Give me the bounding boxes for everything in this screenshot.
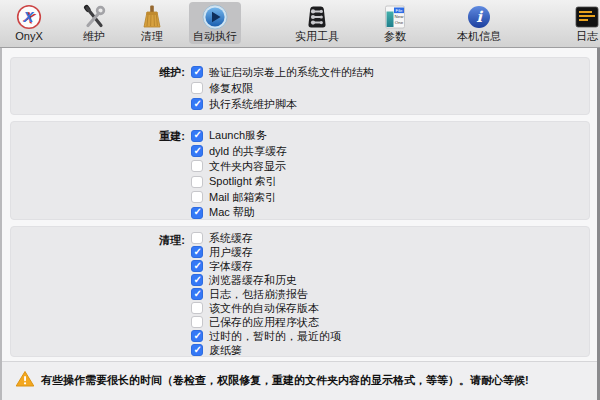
toolbar-item-utilities[interactable]: 实用工具 [285,2,349,44]
checkbox[interactable] [191,260,203,272]
checkbox-row[interactable]: Mail 邮箱索引 [191,190,585,205]
toolbar-item-label: 参数 [384,30,406,43]
play-icon [202,3,228,30]
window-left-edge [0,48,2,400]
toolbar-item-label: 清理 [141,30,163,43]
onyx-logo-icon: X X [16,3,42,30]
warning-triangle-icon [15,370,35,392]
info-icon: i [466,3,492,30]
checkbox-label: dyld 的共享缓存 [209,144,287,159]
toolbar-item-label: 本机信息 [457,30,501,43]
checkbox-label: 文件夹内容显示 [209,159,286,174]
checkbox-row[interactable]: 验证启动宗卷上的系统文件的结构 [191,64,585,80]
toolbar: X X OnyX 维护 [0,0,600,48]
checkbox-row[interactable]: 日志，包括崩溃报告 [191,287,585,301]
checkbox-row[interactable]: 系统缓存 [191,231,585,245]
checkbox-label: 过时的，暂时的，最近的项 [209,329,341,344]
onyx-window: X X OnyX 维护 [0,0,600,400]
checkbox-label: 该文件的自动保存版本 [209,301,319,316]
toolbar-item-maintenance[interactable]: 维护 [68,2,120,44]
checkbox-label: 浏览器缓存和历史 [209,273,297,288]
panel-label: 维护: [11,65,185,80]
checkbox-label: 已保存的应用程序状态 [209,315,319,330]
checkbox[interactable] [191,246,203,258]
checkbox-label: 用户缓存 [209,245,253,260]
checkbox-row[interactable]: dyld 的共享缓存 [191,143,585,158]
checkbox-row[interactable]: 文件夹内容显示 [191,159,585,174]
checkbox-row[interactable]: 过时的，暂时的，最近的项 [191,329,585,343]
checkbox-label: 日志，包括崩溃报告 [209,287,308,302]
checkbox[interactable] [191,316,203,328]
checkbox[interactable] [191,130,203,142]
toolbar-item-label: 日志 [576,30,598,43]
checkbox-label: Spotlight 索引 [209,174,277,189]
toolbar-item-parameters[interactable]: File New One 参数 [369,2,421,44]
checkbox-row[interactable]: 废纸篓 [191,343,585,357]
checkbox-label: Mail 邮箱索引 [209,190,276,205]
log-terminal-icon [574,3,600,30]
checkbox[interactable] [191,191,203,203]
cleaning-panel: 清理: 系统缓存 用户缓存 字体缓存 浏览器缓存和历史 日志，包括崩溃报告 [10,226,590,357]
warning-text: 有些操作需要很长的时间（卷检查，权限修复，重建的文件夹内容的显示格式，等等）。请… [41,373,529,388]
checkbox[interactable] [191,302,203,314]
checkbox[interactable] [191,98,203,110]
checkbox-row[interactable]: 修复权限 [191,80,585,96]
checkbox-row[interactable]: 已保存的应用程序状态 [191,315,585,329]
checkbox-row[interactable]: 字体缓存 [191,259,585,273]
panel-rows: 系统缓存 用户缓存 字体缓存 浏览器缓存和历史 日志，包括崩溃报告 该文件的自动… [191,231,585,357]
toolbar-item-automation[interactable]: 自动执行 [189,2,241,44]
checkbox[interactable] [191,232,203,244]
checkbox[interactable] [191,330,203,342]
params-new-text: New [395,14,405,19]
wrench-screwdriver-icon [81,3,107,30]
checkbox-label: 修复权限 [209,81,253,96]
broom-icon [139,3,165,30]
params-one-text: One [395,20,404,25]
checkbox-row[interactable]: 浏览器缓存和历史 [191,273,585,287]
panel-label: 重建: [11,129,185,144]
menu-card-icon: File New One [382,3,408,30]
checkbox-row[interactable]: 该文件的自动保存版本 [191,301,585,315]
checkbox-row[interactable]: 执行系统维护脚本 [191,96,585,112]
onyx-blue-x: X [22,8,34,25]
maintenance-panel: 维护: 验证启动宗卷上的系统文件的结构 修复权限 执行系统维护脚本 [10,57,590,115]
checkbox[interactable] [191,160,203,172]
rebuild-panel: 重建: Launch服务 dyld 的共享缓存 文件夹内容显示 Spotligh… [10,121,590,220]
checkbox-row[interactable]: Mac 帮助 [191,205,585,220]
checkbox[interactable] [191,145,203,157]
checkbox[interactable] [191,82,203,94]
checkbox-label: 字体缓存 [209,259,253,274]
checkbox-label: Mac 帮助 [209,205,255,220]
toolbar-item-label: 实用工具 [295,30,339,43]
panel-rows: 验证启动宗卷上的系统文件的结构 修复权限 执行系统维护脚本 [191,64,585,112]
toolbox-wrenches-icon [304,3,330,30]
checkbox-row[interactable]: Launch服务 [191,128,585,143]
checkbox[interactable] [191,344,203,356]
panel-label: 清理: [11,233,185,248]
checkbox[interactable] [191,288,203,300]
checkbox[interactable] [191,274,203,286]
checkbox-label: 系统缓存 [209,231,253,246]
params-file-text: File [395,7,403,12]
checkbox-label: 废纸篓 [209,343,242,358]
toolbar-item-onyx[interactable]: X X OnyX [3,2,55,44]
checkbox-row[interactable]: Spotlight 索引 [191,174,585,189]
checkbox[interactable] [191,66,203,78]
checkbox-row[interactable]: 用户缓存 [191,245,585,259]
toolbar-item-info[interactable]: i 本机信息 [447,2,511,44]
toolbar-item-label: 维护 [83,30,105,43]
checkbox-label: 验证启动宗卷上的系统文件的结构 [209,65,374,80]
toolbar-item-label: 自动执行 [193,30,237,43]
toolbar-item-label: OnyX [15,30,43,43]
toolbar-item-logs[interactable]: 日志 [561,2,600,44]
checkbox[interactable] [191,207,203,219]
footer-warning-bar: 有些操作需要很长的时间（卷检查，权限修复，重建的文件夹内容的显示格式，等等）。请… [0,361,600,400]
checkbox[interactable] [191,176,203,188]
toolbar-item-cleaning[interactable]: 清理 [126,2,178,44]
checkbox-label: 执行系统维护脚本 [209,97,297,112]
checkbox-label: Launch服务 [209,128,267,143]
panel-rows: Launch服务 dyld 的共享缓存 文件夹内容显示 Spotlight 索引… [191,128,585,220]
